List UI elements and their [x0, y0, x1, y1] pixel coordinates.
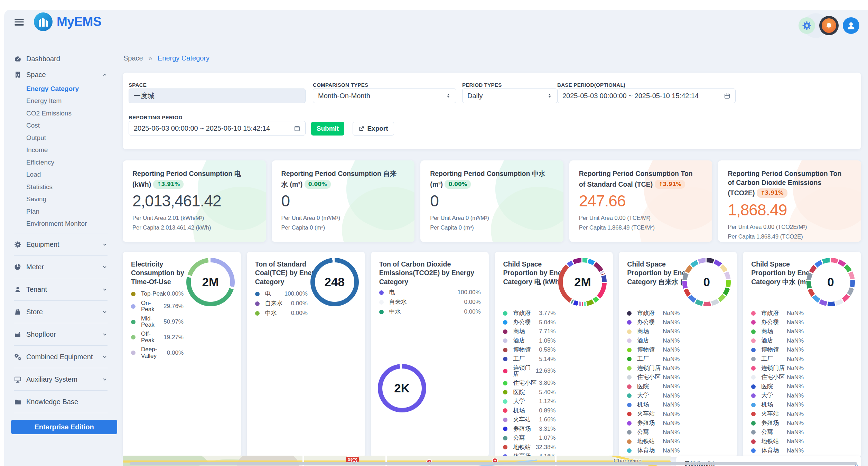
- legend-item-地铁站[interactable]: 地铁站NaN%: [751, 438, 804, 445]
- legend-item-大学[interactable]: 大学NaN%: [751, 392, 804, 399]
- sidebar-item-saving[interactable]: Saving: [14, 193, 108, 206]
- sidebar-item-space[interactable]: Space: [14, 67, 108, 83]
- legend-item-公寓[interactable]: 公寓1.07%: [503, 435, 556, 441]
- user-avatar[interactable]: [843, 17, 859, 34]
- legend-item-住宅小区[interactable]: 住宅小区NaN%: [627, 374, 680, 381]
- sidebar-item-store[interactable]: Store: [14, 304, 108, 320]
- legend-item-酒店[interactable]: 酒店NaN%: [627, 337, 680, 344]
- legend-item-住宅小区[interactable]: 住宅小区3.80%: [503, 380, 556, 386]
- legend-item-大学[interactable]: 大学NaN%: [627, 392, 680, 399]
- reporting-period-input[interactable]: 2025-06-03 00:00:00 ~ 2025-06-10 15:42:1…: [129, 121, 306, 136]
- legend-item-博物馆[interactable]: 博物馆0.58%: [503, 346, 556, 353]
- legend-item-自来水[interactable]: 自来水0.00%: [255, 300, 308, 307]
- legend-item-机场[interactable]: 机场NaN%: [627, 401, 680, 408]
- legend-item-电[interactable]: 电100.00%: [379, 289, 481, 296]
- donut-chart[interactable]: 0: [806, 258, 855, 306]
- legend-item-机场[interactable]: 机场NaN%: [751, 401, 804, 408]
- sidebar-item-output[interactable]: Output: [14, 132, 108, 144]
- sidebar-item-shopfloor[interactable]: Shopfloor: [14, 326, 108, 342]
- enterprise-edition-button[interactable]: Enterprise Edition: [11, 420, 117, 434]
- legend-item-商场[interactable]: 商场7.71%: [503, 328, 556, 335]
- base-period-input[interactable]: 2025-05-03 00:00:00 ~ 2025-05-10 15:42:1…: [557, 88, 736, 103]
- legend-item-自来水[interactable]: 自来水0.00%: [379, 299, 481, 306]
- donut-chart[interactable]: 2M: [186, 258, 235, 306]
- legend-item-医院[interactable]: 医院5.40%: [503, 389, 556, 396]
- legend-item-工厂[interactable]: 工厂5.14%: [503, 356, 556, 363]
- hamburger-menu-icon[interactable]: [15, 19, 24, 26]
- legend-item-火车站[interactable]: 火车站NaN%: [751, 411, 804, 418]
- sidebar-item-energy-category[interactable]: Energy Category: [14, 83, 108, 95]
- notifications-bell-button[interactable]: [819, 16, 839, 35]
- submit-button[interactable]: Submit: [311, 122, 344, 136]
- legend-item-mid-peak[interactable]: Mid-Peak50.97%: [131, 316, 184, 328]
- sidebar-item-load[interactable]: Load: [14, 169, 108, 181]
- legend-item-电[interactable]: 电100.00%: [255, 290, 308, 297]
- legend-item-住宅小区[interactable]: 住宅小区NaN%: [751, 374, 804, 381]
- sidebar-item-equipment[interactable]: Equipment: [14, 236, 108, 252]
- breadcrumb-parent[interactable]: Space: [123, 54, 143, 62]
- legend-item-火车站[interactable]: 火车站NaN%: [627, 411, 680, 418]
- legend-item-公寓[interactable]: 公寓NaN%: [627, 429, 680, 436]
- app-logo[interactable]: MyEMS: [34, 12, 101, 31]
- sidebar-item-statistics[interactable]: Statistics: [14, 181, 108, 193]
- sidebar-item-energy-item[interactable]: Energy Item: [14, 95, 108, 108]
- legend-item-市政府[interactable]: 市政府3.77%: [503, 310, 556, 317]
- legend-item-办公楼[interactable]: 办公楼NaN%: [627, 319, 680, 326]
- period-types-select[interactable]: Daily: [462, 88, 558, 103]
- sidebar-item-environment-monitor[interactable]: Environment Monitor: [14, 218, 108, 230]
- legend-item-大学[interactable]: 大学1.12%: [503, 398, 556, 405]
- legend-item-机场[interactable]: 机场0.89%: [503, 407, 556, 414]
- legend-item-公寓[interactable]: 公寓NaN%: [751, 429, 804, 436]
- legend-item-火车站[interactable]: 火车站1.66%: [503, 416, 556, 423]
- sidebar-item-auxiliary-system[interactable]: Auxiliary System: [14, 371, 108, 387]
- space-input[interactable]: 一度城: [129, 88, 306, 103]
- legend-item-连锁门店[interactable]: 连锁门店NaN%: [627, 365, 680, 372]
- legend-item-中水[interactable]: 中水0.00%: [379, 308, 481, 315]
- sidebar-item-income[interactable]: Income: [14, 144, 108, 157]
- legend-item-办公楼[interactable]: 办公楼NaN%: [751, 319, 804, 326]
- legend-item-商场[interactable]: 商场NaN%: [751, 328, 804, 335]
- legend-item-博物馆[interactable]: 博物馆NaN%: [751, 346, 804, 353]
- horizontal-scrollbar[interactable]: [130, 462, 857, 465]
- legend-item-体育场[interactable]: 体育场NaN%: [751, 447, 804, 454]
- legend-item-中水[interactable]: 中水0.00%: [255, 310, 308, 317]
- legend-item-养殖场[interactable]: 养殖场NaN%: [627, 420, 680, 427]
- legend-item-养殖场[interactable]: 养殖场3.31%: [503, 426, 556, 432]
- legend-item-连锁门店[interactable]: 连锁门店NaN%: [751, 365, 804, 372]
- export-button[interactable]: Export: [353, 122, 394, 136]
- legend-item-养殖场[interactable]: 养殖场NaN%: [751, 420, 804, 427]
- legend-item-市政府[interactable]: 市政府NaN%: [627, 310, 680, 317]
- legend-item-off-peak[interactable]: Off-Peak19.27%: [131, 331, 184, 344]
- legend-item-医院[interactable]: 医院NaN%: [751, 383, 804, 390]
- legend-item-市政府[interactable]: 市政府NaN%: [751, 310, 804, 317]
- sidebar-item-efficiency[interactable]: Efficiency: [14, 156, 108, 169]
- sidebar-item-co2-emissions[interactable]: CO2 Emissions: [14, 107, 108, 120]
- legend-item-商场[interactable]: 商场NaN%: [627, 328, 680, 335]
- donut-chart[interactable]: 2M: [558, 258, 607, 306]
- legend-item-体育场[interactable]: 体育场NaN%: [627, 447, 680, 454]
- legend-item-博物馆[interactable]: 博物馆NaN%: [627, 346, 680, 353]
- comparison-types-select[interactable]: Month-On-Month: [313, 88, 456, 103]
- legend-item-地铁站[interactable]: 地铁站NaN%: [627, 438, 680, 445]
- legend-item-top-peak[interactable]: Top-Peak0.00%: [131, 290, 184, 297]
- settings-gear-button[interactable]: [799, 17, 815, 34]
- legend-item-酒店[interactable]: 酒店1.05%: [503, 337, 556, 344]
- donut-chart[interactable]: 2K: [378, 364, 426, 412]
- legend-item-on-peak[interactable]: On-Peak29.76%: [131, 300, 184, 313]
- legend-item-地铁站[interactable]: 地铁站32.38%: [503, 444, 556, 451]
- donut-chart[interactable]: 0: [682, 258, 731, 306]
- sidebar-item-cost[interactable]: Cost: [14, 120, 108, 132]
- legend-item-连锁门店[interactable]: 连锁门店12.63%: [503, 365, 556, 378]
- breadcrumb-current[interactable]: Energy Category: [158, 54, 209, 62]
- legend-item-工厂[interactable]: 工厂NaN%: [627, 356, 680, 363]
- sidebar-item-dashboard[interactable]: Dashboard: [14, 51, 108, 67]
- legend-item-医院[interactable]: 医院NaN%: [627, 383, 680, 390]
- legend-item-酒店[interactable]: 酒店NaN%: [751, 337, 804, 344]
- sidebar-item-knowledge-base[interactable]: Knowledge Base: [14, 394, 108, 410]
- legend-item-deep-valley[interactable]: Deep-Valley0.00%: [131, 346, 184, 359]
- sidebar-item-meter[interactable]: Meter: [14, 259, 108, 275]
- sidebar-item-tenant[interactable]: Tenant: [14, 281, 108, 297]
- sidebar-item-plan[interactable]: Plan: [14, 205, 108, 218]
- legend-item-工厂[interactable]: 工厂NaN%: [751, 356, 804, 363]
- legend-item-办公楼[interactable]: 办公楼5.04%: [503, 319, 556, 326]
